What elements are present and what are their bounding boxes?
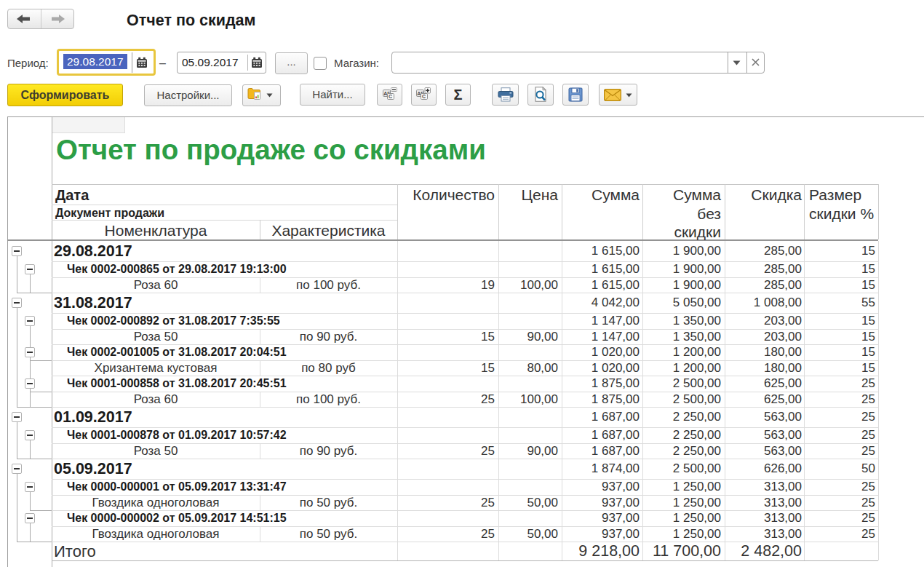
svg-text:С: С <box>422 94 426 99</box>
svg-text:С: С <box>389 94 392 99</box>
